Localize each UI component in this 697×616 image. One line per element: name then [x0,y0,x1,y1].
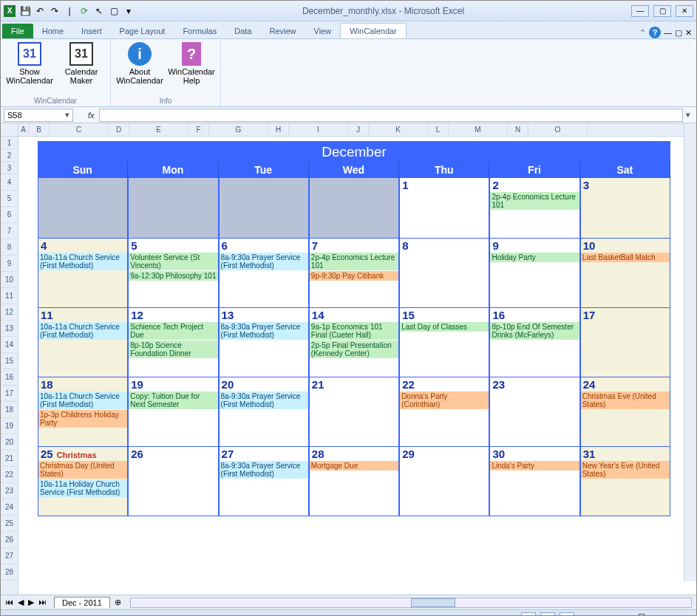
calendar-event[interactable]: 8p-10p End Of Semester Drinks (McFarleys… [490,322,579,340]
show-wincalendar-button[interactable]: 31 Show WinCalendar [5,41,54,86]
tab-view[interactable]: View [305,24,341,38]
calendar-cell[interactable]: 72p-4p Economics Lecture 1019p-9:30p Pay… [309,239,399,308]
calendar-event[interactable]: Last BasketBall Match [581,253,670,262]
column-header[interactable]: H [268,123,289,136]
calendar-cell[interactable]: 278a-9:30a Prayer Service (First Methodi… [219,447,309,516]
row-header[interactable]: 15 [1,353,18,369]
column-header[interactable]: F [188,123,209,136]
sheet-last-icon[interactable]: ⏭ [37,598,48,607]
calendar-event[interactable]: Copy: Tuition Due for Next Semester [129,391,217,409]
calendar-cell[interactable]: 21 [309,377,399,447]
tab-formulas[interactable]: Formulas [174,24,225,38]
column-headers[interactable]: ABCDEFGHIJKLMNO [18,123,696,137]
calendar-cell[interactable] [38,178,128,239]
row-header[interactable]: 10 [1,272,18,288]
refresh-icon[interactable]: ⟳ [78,4,91,18]
calendar-event[interactable]: 9a-1p Economics 101 Final (Cueter Hall) [310,322,398,340]
calendar-cell[interactable]: 26 [128,447,218,516]
calendar-cell[interactable] [128,178,218,239]
column-header[interactable]: C [50,123,109,136]
horizontal-scrollbar[interactable] [130,598,692,608]
calendar-event[interactable]: Christmas Day (United States) [38,461,127,479]
row-header[interactable]: 6 [1,207,18,223]
calendar-event[interactable]: 8p-10p Science Foundation Dinner [129,340,217,358]
view-pagebreak-button[interactable] [560,612,574,617]
calendar-cell[interactable]: 8 [399,239,489,308]
calendar-cell[interactable]: 208a-9:30a Prayer Service (First Methodi… [219,377,309,447]
calendar-cell[interactable] [309,178,399,239]
row-header[interactable]: 3 [1,162,18,174]
column-header[interactable]: G [209,123,268,136]
tab-wincalendar[interactable]: WinCalendar [340,23,407,38]
row-header[interactable]: 12 [1,304,18,321]
calendar-cell[interactable]: 149a-1p Economics 101 Final (Cueter Hall… [309,308,399,377]
calendar-cell[interactable]: 5Volunteer Service (St Vincents)9a-12:30… [128,239,218,308]
row-header[interactable]: 17 [1,386,18,402]
calendar-cell[interactable] [219,178,309,239]
tab-review[interactable]: Review [260,24,305,38]
row-header[interactable]: 9 [1,256,18,272]
calendar-event[interactable]: New Year's Eve (United States) [581,461,670,479]
column-header[interactable]: M [449,123,508,136]
calendar-event[interactable]: Christmas Eve (United States) [581,391,670,409]
calendar-event[interactable]: 8a-9:30a Prayer Service (First Methodist… [220,461,308,479]
workbook-minimize-icon[interactable]: — [664,28,672,37]
tab-data[interactable]: Data [225,24,260,38]
redo-icon[interactable]: ↷ [48,4,61,18]
row-header[interactable]: 19 [1,418,18,434]
calendar-cell[interactable]: 1810a-11a Church Service (First Methodis… [38,377,128,447]
calendar-cell[interactable]: 29 [399,447,489,516]
calendar-event[interactable]: Last Day of Classes [400,322,489,332]
save-icon[interactable]: 💾 [18,4,32,18]
macro-record-icon[interactable]: ⏺ [35,614,43,617]
column-header[interactable]: J [348,123,369,136]
sheet-prev-icon[interactable]: ◀ [16,598,25,607]
formula-expand-icon[interactable]: ▾ [683,110,693,120]
row-header[interactable]: 20 [1,434,18,451]
column-header[interactable]: A [18,123,29,136]
calendar-event[interactable]: 10a-11a Church Service (First Methodist) [38,391,127,409]
new-sheet-icon[interactable]: ⊕ [110,598,126,607]
tab-file[interactable]: File [2,24,33,38]
tab-insert[interactable]: Insert [72,24,111,38]
calendar-event[interactable]: 8a-9:30a Prayer Service (First Methodist… [220,253,308,270]
formula-input[interactable] [99,109,683,122]
zoom-thumb[interactable] [639,614,645,617]
calendar-cell[interactable]: 15Last Day of Classes [399,308,489,377]
maximize-button[interactable]: ▢ [653,5,671,17]
minimize-button[interactable]: — [631,5,649,17]
calendar-cell[interactable]: 25 ChristmasChristmas Day (United States… [38,447,128,516]
calendar-cell[interactable]: 23 [489,377,579,447]
name-box[interactable]: S58▾ [4,109,73,122]
calendar-event[interactable]: Linda's Party [490,461,579,470]
column-header[interactable]: B [29,123,50,136]
row-header[interactable]: 2 [1,149,18,162]
column-header[interactable]: E [129,123,188,136]
calendar-event[interactable]: 2p-4p Economics Lecture 101 [490,192,579,210]
calendar-event[interactable]: 9p-9:30p Pay Citibank [310,271,398,281]
row-header[interactable]: 1 [1,137,18,149]
help-icon[interactable]: ? [649,27,661,38]
column-header[interactable]: I [289,123,348,136]
calendar-event[interactable]: 2p-5p Final Presentation (Kennedy Center… [310,340,398,358]
calendar-event[interactable]: Schience Tech Project Due [129,322,217,340]
row-header[interactable]: 5 [1,191,18,207]
wincalendar-help-button[interactable]: ? WinCalendar Help [167,41,216,86]
row-header[interactable]: 8 [1,239,18,256]
calendar-cell[interactable]: 17 [580,308,670,377]
calendar-event[interactable]: 10a-11a Church Service (First Methodist) [38,322,127,340]
calendar-cell[interactable]: 3 [580,178,670,239]
calendar-cell[interactable]: 30Linda's Party [489,447,579,516]
calendar-cell[interactable]: 138a-9:30a Prayer Service (First Methodi… [219,308,309,377]
qat-dropdown-icon[interactable]: ▾ [122,4,135,18]
chevron-down-icon[interactable]: ▾ [65,110,69,120]
close-button[interactable]: ✕ [676,5,693,17]
calendar-cell[interactable]: 22Donna's Party (Corinthian) [399,377,489,447]
column-header[interactable]: K [369,123,428,136]
calendar-cell[interactable]: 28Mortgage Due [309,447,399,516]
row-header[interactable]: 25 [1,516,18,532]
calendar-event[interactable]: Holiday Party [490,253,579,262]
calendar-cell[interactable]: 1 [399,178,489,239]
row-header[interactable]: 18 [1,402,18,418]
calendar-cell[interactable]: 31New Year's Eve (United States) [580,447,670,516]
